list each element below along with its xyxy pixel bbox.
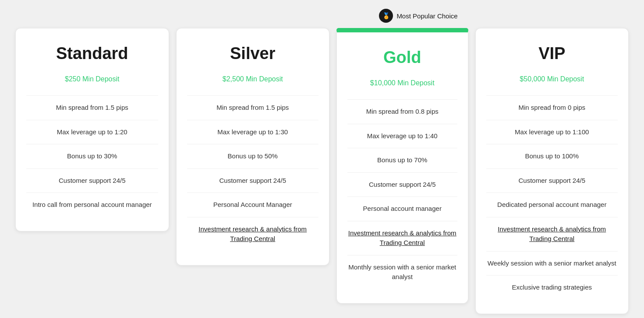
vip-feature: Weekly session with a senior market anal…: [486, 251, 618, 276]
gold-feature: Min spread from 0.8 pips: [347, 99, 457, 124]
gold-deposit: $10,000 Min Deposit: [347, 79, 457, 87]
standard-feature: Min spread from 1.5 pips: [26, 95, 158, 120]
vip-feature: Bonus up to 100%: [486, 144, 618, 168]
plans-container: Standard$250 Min DepositMin spread from …: [15, 28, 629, 314]
silver-deposit: $2,500 Min Deposit: [187, 75, 319, 83]
vip-feature: Max leverage up to 1:100: [486, 120, 618, 144]
vip-title: VIP: [486, 44, 618, 63]
standard-feature: Intro call from personal account manager: [26, 192, 158, 217]
popular-badge: 🏅 Most Popular Choice: [379, 9, 457, 23]
gold-feature: Monthly session with a senior market ana…: [347, 255, 457, 289]
vip-feature: Min spread from 0 pips: [486, 95, 618, 120]
silver-feature[interactable]: Investment research & analytics from Tra…: [187, 217, 319, 251]
vip-feature: Customer support 24/5: [486, 168, 618, 193]
plan-card-vip: VIP$50,000 Min DepositMin spread from 0 …: [475, 28, 629, 314]
gold-feature: Customer support 24/5: [347, 172, 457, 197]
silver-feature: Personal Account Manager: [187, 192, 319, 217]
badge-text: Most Popular Choice: [396, 12, 457, 20]
silver-feature: Bonus up to 50%: [187, 144, 319, 168]
silver-feature: Customer support 24/5: [187, 168, 319, 193]
gold-feature: Max leverage up to 1:40: [347, 124, 457, 148]
standard-feature: Customer support 24/5: [26, 168, 158, 193]
standard-deposit: $250 Min Deposit: [26, 75, 158, 83]
silver-feature: Min spread from 1.5 pips: [187, 95, 319, 120]
vip-feature: Dedicated personal account manager: [486, 192, 618, 217]
plan-card-standard: Standard$250 Min DepositMin spread from …: [15, 28, 169, 231]
vip-deposit: $50,000 Min Deposit: [486, 75, 618, 83]
gold-feature: Bonus up to 70%: [347, 148, 457, 172]
gold-feature: Personal account manager: [347, 196, 457, 221]
badge-icon: 🏅: [379, 9, 393, 23]
gold-feature[interactable]: Investment research & analytics from Tra…: [347, 221, 457, 255]
vip-feature: Exclusive trading strategies: [486, 275, 618, 300]
plan-card-gold: Gold$10,000 Min DepositMin spread from 0…: [336, 30, 468, 304]
standard-title: Standard: [26, 44, 158, 63]
gold-wrapper: Gold$10,000 Min DepositMin spread from 0…: [336, 28, 468, 304]
vip-feature[interactable]: Investment research & analytics from Tra…: [486, 217, 618, 251]
silver-title: Silver: [187, 44, 319, 63]
standard-feature: Bonus up to 30%: [26, 144, 158, 168]
standard-feature: Max leverage up to 1:20: [26, 120, 158, 144]
gold-title: Gold: [347, 48, 457, 67]
silver-feature: Max leverage up to 1:30: [187, 120, 319, 144]
plan-card-silver: Silver$2,500 Min DepositMin spread from …: [176, 28, 330, 266]
